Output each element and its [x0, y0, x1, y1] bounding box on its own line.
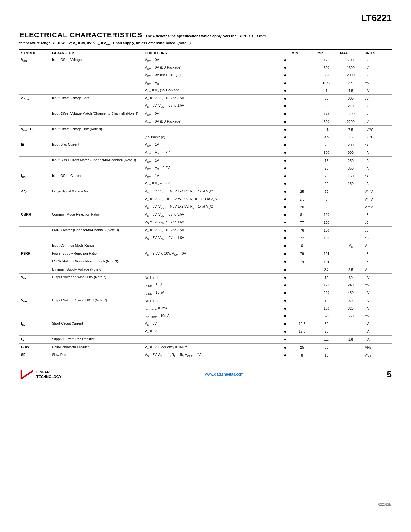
- typ-value: 100: [314, 211, 338, 219]
- condition-cell: VCM = 0V (S5 Package): [143, 72, 280, 79]
- typ-value: 100: [314, 234, 338, 242]
- condition-cell: VCM = 1V: [143, 157, 280, 164]
- min-value: [290, 274, 314, 281]
- min-value: [290, 172, 314, 180]
- min-value: [290, 64, 314, 72]
- spec-indicator: ●: [280, 157, 290, 164]
- symbol-cell: Iʙ: [19, 141, 50, 157]
- typ-value: 10: [314, 274, 338, 281]
- max-value: 3.5: [338, 79, 363, 87]
- units-cell: mV: [363, 312, 392, 320]
- table-row: SRSlew RateVS = 5V, AV = −1, RL = 1k, VO…: [19, 351, 392, 359]
- min-value: [290, 289, 314, 297]
- spec-indicator: ●: [280, 195, 290, 203]
- min-value: [290, 164, 314, 172]
- max-value: [338, 226, 363, 234]
- symbol-cell: CMRR: [19, 211, 50, 226]
- max-value: 1300: [338, 64, 363, 72]
- spec-indicator: ●: [280, 172, 290, 180]
- min-value: 79: [290, 250, 314, 258]
- max-value: [338, 234, 363, 242]
- linear-tech-icon: [19, 369, 34, 380]
- table-row: VOHOutput Voltage Swing HIGH (Note 7)No …: [19, 297, 392, 305]
- max-value: 60: [338, 297, 363, 305]
- typ-value: 30: [314, 102, 338, 110]
- min-value: 76: [290, 226, 314, 234]
- col-min: MIN: [290, 49, 314, 56]
- chip-name: LT6221: [19, 13, 392, 23]
- min-value: [290, 56, 314, 64]
- parameter-cell: Input Bias Current Match (Channel-to-Cha…: [50, 157, 143, 172]
- units-cell: V: [363, 242, 392, 250]
- max-value: 700: [338, 56, 363, 64]
- max-value: 1.5: [338, 336, 363, 344]
- max-value: 350: [338, 164, 363, 172]
- units-cell: dB: [363, 211, 392, 219]
- max-value: [338, 343, 363, 351]
- condition-cell: VS = 5V, Frequency = 1MHz: [143, 343, 280, 351]
- parameter-cell: Supply Current Per Amplifier: [50, 336, 143, 344]
- min-value: [290, 266, 314, 274]
- symbol-cell: IS: [19, 336, 50, 344]
- typ-value: 100: [314, 219, 338, 226]
- units-cell: dB: [363, 250, 392, 258]
- condition-cell: VS = 2.5V to 10V, VCM = 0V: [143, 250, 280, 258]
- units-cell: μV: [363, 110, 392, 118]
- typ-value: 1: [314, 87, 338, 94]
- units-cell: μV: [363, 64, 392, 72]
- typ-value: 175: [314, 110, 338, 118]
- spec-indicator: ●: [280, 234, 290, 242]
- col-parameter: PARAMETER: [50, 49, 143, 56]
- max-value: 900: [338, 149, 363, 157]
- max-value: [338, 258, 363, 266]
- footer: LINEAR TECHNOLOGY www.datasheetall.com 5: [19, 366, 392, 380]
- table-row: PSRR Match (Channel-to-Channel) (Note 9)…: [19, 258, 392, 266]
- symbol-cell: PSRR: [19, 250, 50, 258]
- condition-cell: ISOURCE = 10mA: [143, 312, 280, 320]
- units-cell: mA: [363, 320, 392, 328]
- spec-indicator: ●: [280, 110, 290, 118]
- symbol-cell: VOS TC: [19, 126, 50, 141]
- max-value: [338, 219, 363, 226]
- typ-value: 160: [314, 305, 338, 312]
- min-value: [290, 79, 314, 87]
- max-value: [338, 320, 363, 328]
- max-value: 240: [338, 281, 363, 289]
- units-cell: dB: [363, 226, 392, 234]
- typ-value: 10: [314, 297, 338, 305]
- parameter-cell: Input Bias Current: [50, 141, 143, 157]
- max-value: 60: [338, 274, 363, 281]
- typ-value: 1.1: [314, 336, 338, 344]
- spec-indicator: ●: [280, 203, 290, 211]
- units-cell: mV: [363, 297, 392, 305]
- table-header-row: SYMBOL PARAMETER CONDITIONS MIN TYP MAX …: [19, 49, 392, 56]
- spec-indicator: ●: [280, 164, 290, 172]
- units-cell: nA: [363, 172, 392, 180]
- max-value: 450: [338, 289, 363, 297]
- min-value: 2.5: [290, 195, 314, 203]
- min-value: 12.5: [290, 328, 314, 336]
- condition-cell: VS = 3V, VCM = 0V to 1.5V: [143, 234, 280, 242]
- col-symbol: SYMBOL: [19, 49, 50, 56]
- spec-indicator: ●: [280, 250, 290, 258]
- max-value: VS: [338, 242, 363, 250]
- min-value: 12.5: [290, 320, 314, 328]
- min-value: [290, 180, 314, 188]
- condition-cell: VS = 3V, VCM = 0V to 1.5V: [143, 102, 280, 110]
- website-url[interactable]: www.datasheetall.com: [205, 372, 243, 377]
- condition-cell: VS = 5V, VOUT = 1.5V to 3.5V, RL = 100Ω …: [143, 195, 280, 203]
- condition-cell: VCM = 0V: [143, 110, 280, 118]
- min-value: [290, 133, 314, 141]
- typ-value: 30: [314, 320, 338, 328]
- table-row: GBWGain-Bandwidth ProductVS = 5V, Freque…: [19, 343, 392, 351]
- table-row: AᵜₒₗLarge Signal Voltage GainVS = 5V, VO…: [19, 188, 392, 195]
- spec-indicator: ●: [280, 118, 290, 126]
- units-cell: μV: [363, 118, 392, 126]
- table-row: VOS TCInput Offset Voltage Drift (Note 8…: [19, 126, 392, 133]
- units-cell: mA: [363, 328, 392, 336]
- condition-cell: VS = 5V, VCM = 0V to 3.5V: [143, 226, 280, 234]
- units-cell: μV: [363, 94, 392, 102]
- condition-cell: VS = 5V, VCM = 0V to 3.5V: [143, 211, 280, 219]
- units-cell: dB: [363, 234, 392, 242]
- condition-cell: VS = 3V, VCM = 0V to 1.5V: [143, 219, 280, 226]
